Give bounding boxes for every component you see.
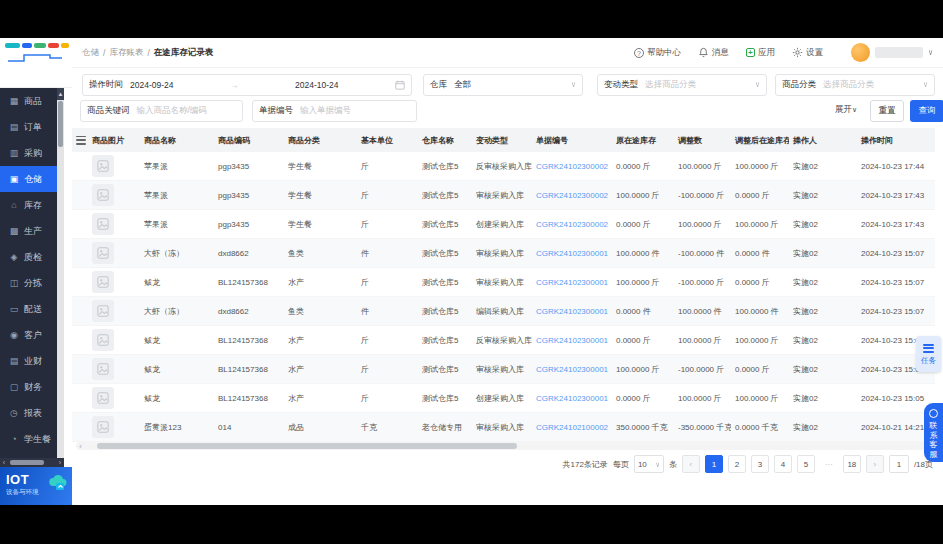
page-button[interactable]: 4	[774, 455, 792, 473]
sidebar-item-label: 采购	[24, 147, 42, 160]
table-row[interactable]: 苹果派pgp3435学生餐斤测试仓库5审核采购入库CGRK24102300002…	[72, 181, 935, 210]
page-button[interactable]: 1	[705, 455, 723, 473]
cell-category: 学生餐	[284, 219, 357, 230]
breadcrumb-segment[interactable]: 仓储	[82, 47, 99, 59]
doc-no-link[interactable]: CGRK24102300002	[532, 220, 612, 229]
table-row[interactable]: 大虾（冻）dxd8662鱼类件测试仓库5审核采购入库CGRK2410230000…	[72, 239, 935, 268]
table-row[interactable]: 鲅龙BL124157368水产斤测试仓库5审核采购入库CGRK241023000…	[72, 268, 935, 297]
iot-banner[interactable]: IOT 设备与环境	[0, 467, 72, 505]
keyword-input[interactable]: 商品关键词 输入商品名称/编码	[80, 100, 243, 122]
date-to-value[interactable]: 2024-10-24	[295, 80, 338, 90]
prev-page-button[interactable]: ‹	[682, 455, 700, 473]
cell-unit: 斤	[357, 364, 418, 375]
topbar-action-settings[interactable]: 设置	[792, 47, 823, 59]
topbar-action-help[interactable]: ?帮助中心	[634, 47, 681, 59]
per-page-select[interactable]: 10∨	[634, 455, 664, 473]
scroll-left-icon[interactable]: ‹	[76, 443, 85, 450]
biz-finance-icon: ▤	[8, 356, 20, 366]
change-type-select[interactable]: 变动类型 选择商品分类 ∨	[597, 74, 767, 96]
reset-button[interactable]: 重置	[870, 100, 904, 122]
breadcrumb-segment[interactable]: 库存账表	[109, 47, 143, 59]
topbar-action-messages[interactable]: 消息	[698, 47, 729, 59]
column-settings-icon[interactable]	[72, 136, 88, 145]
cell-change_type: 创建采购入库	[472, 393, 532, 404]
doc-no-link[interactable]: CGRK24102100002	[532, 423, 612, 432]
sidebar-item-warehouse[interactable]: ▣仓储›	[0, 166, 64, 192]
next-page-button[interactable]: ›	[866, 455, 884, 473]
sidebar-item-label: 财务	[24, 381, 42, 394]
sidebar-item-finance[interactable]: ▢财务›	[0, 374, 64, 400]
logo-color-bars	[0, 38, 72, 48]
cell-warehouse: 测试仓库5	[418, 219, 472, 230]
help-icon: ?	[634, 48, 644, 58]
cell-before: 0.0000 件	[612, 306, 674, 317]
topbar-action-apps[interactable]: +应用	[746, 47, 775, 59]
sidebar-item-sorting[interactable]: ◫分拣›	[0, 270, 64, 296]
page-jump-input[interactable]: 1	[889, 455, 909, 473]
scrollbar-thumb[interactable]	[10, 460, 44, 465]
cell-category: 水产	[284, 277, 357, 288]
warehouse-select[interactable]: 仓库 全部 ∨	[423, 74, 583, 96]
doc-no-input[interactable]: 单据编号 输入单据编号	[252, 100, 417, 122]
breadcrumb: 仓储/库存账表/在途库存记录表	[82, 47, 213, 59]
table-row[interactable]: 蛋黄派123014成品千克老仓储专用审核采购入库CGRK241021000023…	[72, 413, 935, 442]
doc-no-link[interactable]: CGRK24102300001	[532, 336, 612, 345]
doc-no-link[interactable]: CGRK24102300001	[532, 249, 612, 258]
product-image-cell	[88, 155, 140, 177]
page-button[interactable]: 3	[751, 455, 769, 473]
page-button[interactable]: 2	[728, 455, 746, 473]
cell-name: 大虾（冻）	[140, 248, 214, 259]
sidebar-item-purchase[interactable]: ▥采购›	[0, 140, 64, 166]
doc-no-link[interactable]: CGRK24102300001	[532, 278, 612, 287]
reports-icon: ◷	[8, 408, 20, 418]
table-row[interactable]: 大虾（冻）dxd8662鱼类件测试仓库5编辑采购入库CGRK2410230000…	[72, 297, 935, 326]
scrollbar-thumb[interactable]	[58, 101, 63, 147]
date-range-picker[interactable]: 操作时间 2024-09-24 → 2024-10-24	[82, 74, 412, 96]
cell-code: dxd8662	[214, 307, 284, 316]
sidebar-vertical-scrollbar[interactable]: ▲	[57, 88, 64, 458]
sidebar-item-production[interactable]: ▩生产›	[0, 218, 64, 244]
date-from-value[interactable]: 2024-09-24	[130, 80, 173, 90]
doc-no-link[interactable]: CGRK24102300002	[532, 191, 612, 200]
doc-no-link[interactable]: CGRK24102300001	[532, 307, 612, 316]
scroll-up-icon[interactable]: ▲	[57, 88, 64, 100]
sidebar-horizontal-scrollbar[interactable]: ‹ ›	[0, 458, 64, 467]
sidebar-item-inventory[interactable]: ⌂库存›	[0, 192, 64, 218]
category-select[interactable]: 商品分类 选择商品分类 ∨	[775, 74, 935, 96]
scroll-right-icon[interactable]: ›	[56, 459, 64, 466]
sidebar-item-reports[interactable]: ◷报表›	[0, 400, 64, 426]
per-page-label: 每页	[613, 459, 629, 470]
sidebar-item-student-meals[interactable]: ◔学生餐›	[0, 426, 64, 452]
cell-adjust: -350.0000 千克	[674, 422, 731, 433]
finance-icon: ▢	[8, 382, 20, 392]
query-button[interactable]: 查询	[910, 100, 943, 122]
page-button[interactable]: 5	[797, 455, 815, 473]
expand-toggle[interactable]: 展开∨	[835, 104, 857, 116]
table-horizontal-scrollbar[interactable]: ‹	[76, 442, 933, 450]
scrollbar-thumb[interactable]	[97, 443, 517, 449]
cell-code: pgp3435	[214, 191, 284, 200]
sidebar-item-orders[interactable]: ▤订单›	[0, 114, 64, 140]
contact-support-floating-button[interactable]: 联系客服	[924, 403, 943, 462]
table-row[interactable]: 苹果派pgp3435学生餐斤测试仓库5创建采购入库CGRK24102300002…	[72, 210, 935, 239]
table-row[interactable]: 苹果派pgp3435学生餐斤测试仓库5反审核采购入库CGRK2410230000…	[72, 152, 935, 181]
sidebar-item-quality-check[interactable]: ◈质检›	[0, 244, 64, 270]
sidebar-item-biz-finance[interactable]: ▤业财›	[0, 348, 64, 374]
table-row[interactable]: 鲅龙BL124157368水产斤测试仓库5创建采购入库CGRK241023000…	[72, 384, 935, 413]
doc-no-link[interactable]: CGRK24102300001	[532, 365, 612, 374]
chevron-down-icon[interactable]: ∨	[928, 48, 933, 58]
table-row[interactable]: 鲅龙BL124157368水产斤测试仓库5反审核采购入库CGRK24102300…	[72, 326, 935, 355]
sidebar-item-customers[interactable]: ◉客户›	[0, 322, 64, 348]
doc-no-link[interactable]: CGRK24102300002	[532, 162, 612, 171]
avatar[interactable]	[851, 43, 870, 62]
table-row[interactable]: 鲅龙BL124157368水产斤测试仓库5审核采购入库CGRK241023000…	[72, 355, 935, 384]
scroll-left-icon[interactable]: ‹	[0, 459, 8, 466]
sidebar-item-delivery[interactable]: ▭配送›	[0, 296, 64, 322]
page-button[interactable]: 18	[843, 455, 861, 473]
doc-no-link[interactable]: CGRK24102300001	[532, 394, 612, 403]
cell-warehouse: 测试仓库5	[418, 277, 472, 288]
task-floating-button[interactable]: 任务	[916, 336, 941, 372]
user-name-redacted	[875, 47, 923, 58]
product-image-placeholder-icon	[92, 213, 114, 235]
sidebar-item-products[interactable]: ▦商品›	[0, 88, 64, 114]
